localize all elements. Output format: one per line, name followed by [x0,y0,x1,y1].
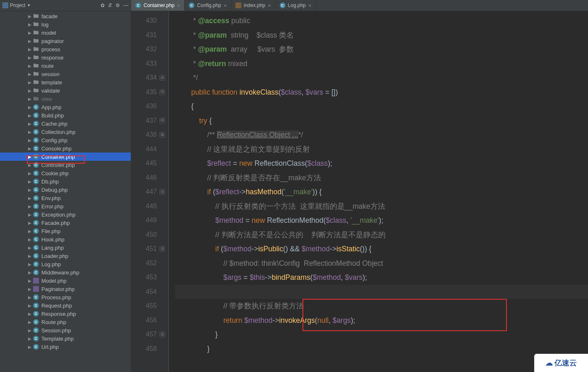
expand-arrow-icon[interactable]: ▶ [26,345,33,349]
tree-item[interactable]: ▶CDb.php [0,177,131,186]
tree-item[interactable]: ▶CConfig.php [0,136,131,144]
expand-arrow-icon[interactable]: ▶ [26,212,33,217]
expand-arrow-icon[interactable]: ▶ [26,47,33,52]
expand-arrow-icon[interactable]: ▶ [26,72,33,76]
expand-arrow-icon[interactable]: ▶ [26,138,33,143]
tree-item[interactable]: ▶paginator [0,37,131,45]
code-editor[interactable]: * @access public * @param string $class … [168,11,588,372]
tree-item[interactable]: ▶CLog.php [0,260,131,268]
expand-arrow-icon[interactable]: ▶ [26,295,33,300]
target-icon[interactable]: ✿ [101,2,105,8]
close-icon[interactable]: × [268,2,271,9]
tree-item[interactable]: ▶CResponse.php [0,310,131,318]
tree-item[interactable]: ▶response [0,53,131,62]
expand-arrow-icon[interactable]: ▶ [26,171,33,176]
expand-arrow-icon[interactable]: ▶ [26,204,33,209]
expand-arrow-icon[interactable]: ▶ [26,270,33,275]
tree-item[interactable]: ▶CController.php [0,161,131,169]
tree-item[interactable]: ▶Model.php [0,277,131,285]
expand-arrow-icon[interactable]: ▶ [26,155,33,159]
fold-icon[interactable]: ⊟ [159,75,165,81]
tree-item[interactable]: ▶CProcess.php [0,293,131,301]
tree-item[interactable]: ▶CEnv.php [0,194,131,202]
expand-arrow-icon[interactable]: ▶ [26,55,33,60]
fold-icon[interactable]: ⊟ [159,189,165,195]
expand-arrow-icon[interactable]: ▶ [26,88,33,93]
expand-arrow-icon[interactable]: ▶ [26,312,33,316]
expand-arrow-icon[interactable]: ▶ [26,22,33,27]
tree-item[interactable]: ▶validate [0,86,131,95]
tree-item[interactable]: ▶process [0,45,131,53]
gear-icon[interactable]: ⚙ [115,2,120,8]
tree-item[interactable]: ▶CSession.php [0,326,131,334]
tree-item[interactable]: ▶log [0,20,131,29]
project-tree[interactable]: ▶facade▶log▶model▶paginator▶process▶resp… [0,11,131,372]
fold-icon[interactable]: ⊟ [159,118,165,124]
expand-arrow-icon[interactable]: ▶ [26,254,33,258]
expand-arrow-icon[interactable]: ▶ [26,229,33,234]
tree-item[interactable]: ▶CException.php [0,210,131,219]
tree-item[interactable]: ▶CRoute.php [0,318,131,326]
tree-item[interactable]: ▶CApp.php [0,103,131,111]
expand-arrow-icon[interactable]: ▶ [26,221,33,225]
close-icon[interactable]: × [223,2,227,9]
hide-icon[interactable]: — [123,2,128,8]
expand-arrow-icon[interactable]: ▶ [26,303,33,308]
expand-arrow-icon[interactable]: ▶ [26,188,33,192]
fold-icon[interactable]: ⊟ [159,246,165,252]
expand-arrow-icon[interactable]: ▶ [26,146,33,151]
tree-item[interactable]: ▶CError.php [0,202,131,210]
expand-arrow-icon[interactable]: ▶ [26,14,33,19]
tree-item[interactable]: ▶CCookie.php [0,169,131,177]
expand-arrow-icon[interactable]: ▶ [26,336,33,341]
expand-arrow-icon[interactable]: ▶ [26,113,33,118]
tree-item[interactable]: ▶CDebug.php [0,186,131,194]
tree-item[interactable]: ▶CUrl.php [0,343,131,351]
expand-arrow-icon[interactable]: ▶ [26,246,33,250]
expand-arrow-icon[interactable]: ▶ [26,64,33,68]
expand-arrow-icon[interactable]: ▶ [26,80,33,85]
expand-arrow-icon[interactable]: ▶ [26,179,33,184]
expand-arrow-icon[interactable]: ▶ [26,320,33,324]
sidebar-title[interactable]: Project ▼ [2,2,31,8]
expand-arrow-icon[interactable]: ▶ [26,279,33,283]
editor-tab[interactable]: CContainer.php× [131,0,185,11]
tree-item[interactable]: ▶CTemplate.php [0,334,131,343]
tree-item[interactable]: ▶model [0,29,131,37]
tree-item[interactable]: ▶CBuild.php [0,111,131,119]
tree-item[interactable]: ▶route [0,62,131,70]
tree-item[interactable]: ▶CLang.php [0,243,131,252]
tree-item[interactable]: ▶CMiddleware.php [0,268,131,277]
expand-arrow-icon[interactable]: ▶ [26,328,33,333]
tree-item[interactable]: ▶CLoader.php [0,252,131,260]
tree-item[interactable]: ▶CConsole.php [0,144,131,153]
tree-item[interactable]: ▶view [0,95,131,103]
expand-arrow-icon[interactable]: ▶ [26,31,33,35]
expand-arrow-icon[interactable]: ▶ [26,262,33,267]
tree-item[interactable]: ▶session [0,70,131,78]
expand-arrow-icon[interactable]: ▶ [26,105,33,110]
collapse-icon[interactable]: ⇵ [108,2,112,8]
expand-arrow-icon[interactable]: ▶ [26,237,33,242]
expand-arrow-icon[interactable]: ▶ [26,39,33,43]
tree-item[interactable]: ▶facade [0,12,131,20]
fold-icon[interactable]: ⊞ [159,132,165,138]
tree-item-selected[interactable]: ▶CContainer.php [0,153,131,161]
fold-icon[interactable]: ⊟ [159,89,165,95]
expand-arrow-icon[interactable]: ▶ [26,130,33,134]
tree-item[interactable]: ▶template [0,78,131,86]
editor-tab[interactable]: index.php× [231,0,276,11]
editor-tab[interactable]: CLog.php× [276,0,316,11]
tree-item[interactable]: ▶CFile.php [0,227,131,235]
expand-arrow-icon[interactable]: ▶ [26,97,33,101]
expand-arrow-icon[interactable]: ▶ [26,196,33,200]
tree-item[interactable]: ▶CHook.php [0,235,131,243]
editor-tab[interactable]: CConfig.php× [185,0,231,11]
tree-item[interactable]: ▶CRequest.php [0,301,131,310]
fold-icon[interactable]: ⊟ [159,331,165,337]
close-icon[interactable]: × [308,2,312,9]
tree-item[interactable]: ▶Paginator.php [0,285,131,293]
expand-arrow-icon[interactable]: ▶ [26,287,33,291]
expand-arrow-icon[interactable]: ▶ [26,163,33,167]
close-icon[interactable]: × [177,2,180,9]
